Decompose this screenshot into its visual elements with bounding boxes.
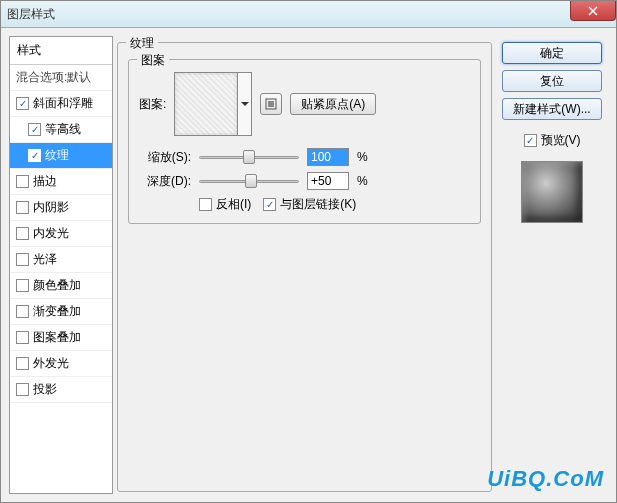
style-item[interactable]: 纹理	[10, 143, 112, 169]
preview-thumbnail	[521, 161, 583, 223]
style-item-label: 图案叠加	[33, 329, 81, 346]
window-title: 图层样式	[7, 6, 55, 23]
checkbox-icon	[16, 357, 29, 370]
close-icon	[588, 6, 598, 16]
layer-style-dialog: 图层样式 样式 混合选项:默认 斜面和浮雕等高线纹理描边内阴影内发光光泽颜色叠加…	[0, 0, 617, 503]
style-item[interactable]: 渐变叠加	[10, 299, 112, 325]
checkbox-icon	[16, 279, 29, 292]
style-item[interactable]: 投影	[10, 377, 112, 403]
style-item[interactable]: 外发光	[10, 351, 112, 377]
checkbox-icon	[524, 134, 537, 147]
close-button[interactable]	[570, 1, 616, 21]
pattern-label: 图案:	[139, 96, 166, 113]
scale-unit: %	[357, 150, 373, 164]
style-item-label: 描边	[33, 173, 57, 190]
blend-options-label: 混合选项:默认	[16, 69, 91, 86]
checkbox-icon	[16, 201, 29, 214]
style-item-label: 投影	[33, 381, 57, 398]
style-item-label: 颜色叠加	[33, 277, 81, 294]
texture-group: 纹理 图案 图案: 贴紧原点(A)	[117, 42, 492, 492]
depth-label: 深度(D):	[139, 173, 191, 190]
style-item[interactable]: 描边	[10, 169, 112, 195]
right-panel: 确定 复位 新建样式(W)... 预览(V)	[496, 36, 608, 494]
titlebar: 图层样式	[1, 1, 616, 28]
scale-input[interactable]	[307, 148, 349, 166]
style-item[interactable]: 光泽	[10, 247, 112, 273]
invert-label: 反相(I)	[216, 196, 251, 213]
ok-button[interactable]: 确定	[502, 42, 602, 64]
checkbox-icon	[263, 198, 276, 211]
preview-checkbox[interactable]: 预览(V)	[524, 132, 581, 149]
new-style-button[interactable]: 新建样式(W)...	[502, 98, 602, 120]
pattern-group-title: 图案	[137, 52, 169, 69]
style-item[interactable]: 图案叠加	[10, 325, 112, 351]
style-item-label: 渐变叠加	[33, 303, 81, 320]
style-item-label: 光泽	[33, 251, 57, 268]
depth-unit: %	[357, 174, 373, 188]
depth-input[interactable]	[307, 172, 349, 190]
main-panel: 纹理 图案 图案: 贴紧原点(A)	[117, 36, 492, 494]
style-item-label: 外发光	[33, 355, 69, 372]
checkbox-icon	[16, 305, 29, 318]
invert-checkbox[interactable]: 反相(I)	[199, 196, 251, 213]
style-item[interactable]: 等高线	[10, 117, 112, 143]
style-item-label: 等高线	[45, 121, 81, 138]
texture-group-title: 纹理	[126, 35, 158, 52]
checkbox-icon	[199, 198, 212, 211]
style-item-label: 斜面和浮雕	[33, 95, 93, 112]
checkbox-icon	[28, 123, 41, 136]
new-pattern-button[interactable]	[260, 93, 282, 115]
style-item[interactable]: 内阴影	[10, 195, 112, 221]
checkbox-icon	[16, 97, 29, 110]
style-item[interactable]: 内发光	[10, 221, 112, 247]
style-item-label: 内阴影	[33, 199, 69, 216]
checkbox-icon	[16, 253, 29, 266]
pattern-dropdown[interactable]	[238, 72, 252, 136]
style-item[interactable]: 颜色叠加	[10, 273, 112, 299]
pattern-group: 图案 图案: 贴紧原点(A)	[128, 59, 481, 224]
styles-header: 样式	[10, 37, 112, 65]
svg-rect-1	[268, 101, 274, 107]
checkbox-icon	[28, 149, 41, 162]
checkbox-icon	[16, 383, 29, 396]
style-item-label: 内发光	[33, 225, 69, 242]
style-item[interactable]: 斜面和浮雕	[10, 91, 112, 117]
cancel-button[interactable]: 复位	[502, 70, 602, 92]
checkbox-icon	[16, 227, 29, 240]
styles-list: 样式 混合选项:默认 斜面和浮雕等高线纹理描边内阴影内发光光泽颜色叠加渐变叠加图…	[9, 36, 113, 494]
scale-label: 缩放(S):	[139, 149, 191, 166]
scale-slider[interactable]	[199, 148, 299, 166]
link-checkbox[interactable]: 与图层链接(K)	[263, 196, 356, 213]
link-label: 与图层链接(K)	[280, 196, 356, 213]
new-preset-icon	[265, 98, 277, 110]
depth-slider[interactable]	[199, 172, 299, 190]
snap-origin-button[interactable]: 贴紧原点(A)	[290, 93, 376, 115]
checkbox-icon	[16, 331, 29, 344]
checkbox-icon	[16, 175, 29, 188]
preview-label: 预览(V)	[541, 132, 581, 149]
watermark: UiBQ.CoM	[487, 466, 604, 492]
snap-origin-label: 贴紧原点(A)	[301, 96, 365, 113]
style-item-label: 纹理	[45, 147, 69, 164]
blend-options-item[interactable]: 混合选项:默认	[10, 65, 112, 91]
pattern-swatch[interactable]	[174, 72, 238, 136]
